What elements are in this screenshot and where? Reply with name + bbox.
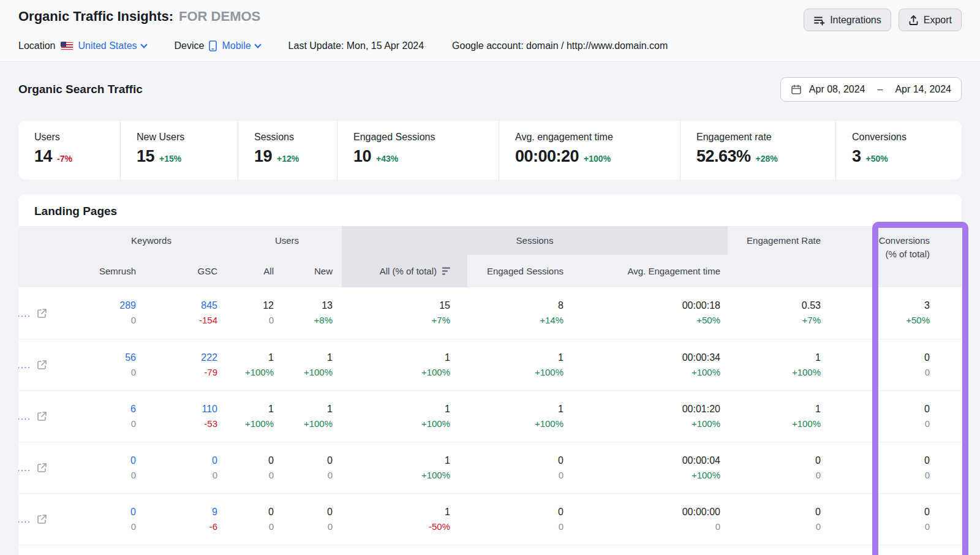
external-link-icon[interactable] xyxy=(37,462,47,473)
header-avg-engagement-time[interactable]: Avg. Engagement time xyxy=(578,255,728,287)
date-range-picker[interactable]: Apr 08, 2024 – Apr 14, 2024 xyxy=(780,77,962,102)
gsc-value-link[interactable]: 0 xyxy=(151,455,217,467)
header-group-keywords: Keywords xyxy=(70,226,232,255)
external-link-icon[interactable] xyxy=(37,308,47,319)
metric-delta: +43% xyxy=(376,154,398,164)
sessions-all-delta: +100% xyxy=(342,366,450,379)
avg-time-delta: +100% xyxy=(578,418,720,430)
conversions-value: 3 xyxy=(873,300,930,312)
integrations-button[interactable]: Integrations xyxy=(804,9,891,31)
location-label: Location xyxy=(18,40,56,51)
landing-page-url[interactable]: .... xyxy=(18,360,31,370)
semrush-value-link[interactable]: 56 xyxy=(70,352,136,364)
users-all-delta: +100% xyxy=(232,418,274,430)
users-all-value: 1 xyxy=(232,403,274,415)
cell-avg-time: 00:00:18+50% xyxy=(578,300,728,327)
export-button[interactable]: Export xyxy=(899,9,962,31)
cell-semrush: 60 xyxy=(70,403,151,430)
cell-users-all: 00 xyxy=(232,506,288,533)
gsc-delta: -154 xyxy=(151,314,217,327)
table-header: Keywords Users Sessions Engagement Rate … xyxy=(18,226,962,287)
metric-delta: +12% xyxy=(277,154,299,164)
device-dropdown[interactable]: Mobile xyxy=(222,40,260,51)
header-sessions-all[interactable]: All (% of total) xyxy=(342,255,467,287)
header-users-all[interactable]: All xyxy=(232,255,288,287)
external-link-icon[interactable] xyxy=(37,360,47,370)
table-row: .... 60 110-53 1+100% 1+100% 1+100% 1+10… xyxy=(18,390,962,442)
metric-label: Engaged Sessions xyxy=(353,132,499,143)
header-engagement-rate[interactable]: Engagement Rate xyxy=(728,226,873,287)
calendar-icon xyxy=(791,84,802,95)
conversions-value: 0 xyxy=(873,352,930,364)
landing-page-url[interactable]: .... xyxy=(18,411,31,421)
gsc-value-link[interactable]: 845 xyxy=(151,300,217,312)
header-conversions[interactable]: Conversions (% of total) xyxy=(873,226,962,287)
users-new-delta: +100% xyxy=(288,418,333,430)
semrush-value-link[interactable]: 0 xyxy=(70,506,136,518)
external-link-icon[interactable] xyxy=(37,411,47,421)
avg-time-delta: +50% xyxy=(578,314,720,327)
semrush-delta: 0 xyxy=(70,418,136,430)
section-title: Organic Search Traffic xyxy=(18,83,143,96)
gsc-value-link[interactable]: 222 xyxy=(151,352,217,364)
conversions-delta: +50% xyxy=(873,314,930,327)
top-bar: Organic Traffic Insights: FOR DEMOS Inte… xyxy=(0,0,980,62)
header-conversions-line2: (% of total) xyxy=(885,247,930,261)
conversions-delta: 0 xyxy=(873,521,930,533)
landing-page-url[interactable]: .... xyxy=(18,462,31,473)
engaged-sessions-value: 0 xyxy=(467,455,564,467)
users-new-value: 13 xyxy=(288,300,333,312)
metric-label: Conversions xyxy=(852,132,962,143)
last-update-text: Last Update: Mon, 15 Apr 2024 xyxy=(288,40,424,51)
metric-label: Engagement rate xyxy=(696,132,835,143)
metric-delta: +28% xyxy=(756,154,778,164)
users-new-value: 1 xyxy=(288,352,333,364)
gsc-delta: 0 xyxy=(151,469,217,481)
metric-value: 14 xyxy=(34,147,52,166)
table-row: .... 00 9-6 00 00 1-50% 00 00:00:000 00 … xyxy=(18,493,962,545)
external-link-icon[interactable] xyxy=(37,514,47,524)
users-all-value: 0 xyxy=(232,455,274,467)
header-engaged-sessions[interactable]: Engaged Sessions xyxy=(467,255,578,287)
cell-users-all: 1+100% xyxy=(232,352,288,379)
cell-engaged-sessions: 1+100% xyxy=(467,352,578,379)
gsc-delta: -6 xyxy=(151,521,217,533)
gsc-value-link[interactable]: 110 xyxy=(151,403,217,415)
semrush-value-link[interactable]: 0 xyxy=(70,455,136,467)
chevron-down-icon xyxy=(140,41,147,48)
landing-page-url[interactable]: .... xyxy=(18,514,31,524)
engaged-sessions-delta: +100% xyxy=(467,418,564,430)
table-row: .... 00 00 00 00 1+100% 00 00:00:04+100%… xyxy=(18,442,962,493)
landing-page-cell: .... xyxy=(18,514,70,524)
engagement-rate-value: 1 xyxy=(728,403,821,415)
location-dropdown[interactable]: United States xyxy=(78,40,146,51)
gsc-value-link[interactable]: 9 xyxy=(151,506,217,518)
semrush-delta: 0 xyxy=(70,469,136,481)
header-gsc[interactable]: GSC xyxy=(151,255,232,287)
engaged-sessions-value: 0 xyxy=(467,506,564,518)
landing-pages-title: Landing Pages xyxy=(18,204,962,219)
metric-sessions: Sessions 19 +12% xyxy=(238,121,337,179)
landing-page-url[interactable]: .... xyxy=(18,308,31,319)
header-sessions-all-label: All (% of total) xyxy=(380,266,437,276)
metric-value: 3 xyxy=(852,147,861,166)
engagement-rate-delta: +7% xyxy=(728,314,821,327)
header-url-column xyxy=(18,226,70,287)
sort-descending-icon xyxy=(442,267,450,275)
users-all-delta: +100% xyxy=(232,366,274,379)
sessions-all-value: 1 xyxy=(342,455,450,467)
cell-users-new: 00 xyxy=(288,506,342,533)
cell-users-all: 00 xyxy=(232,455,288,481)
conversions-value: 0 xyxy=(873,455,930,467)
metric-label: New Users xyxy=(137,132,238,143)
semrush-value-link[interactable]: 6 xyxy=(70,403,136,415)
device-filter: Device Mobile xyxy=(175,40,260,51)
header-semrush[interactable]: Semrush xyxy=(70,255,151,287)
metric-label: Sessions xyxy=(254,132,337,143)
header-users-new[interactable]: New xyxy=(288,255,342,287)
engaged-sessions-delta: 0 xyxy=(467,469,564,481)
metric-avg-engagement-time: Avg. engagement time 00:00:20 +100% xyxy=(499,121,680,179)
engaged-sessions-value: 8 xyxy=(467,300,564,312)
users-new-delta: 0 xyxy=(288,469,333,481)
semrush-value-link[interactable]: 289 xyxy=(70,300,136,312)
